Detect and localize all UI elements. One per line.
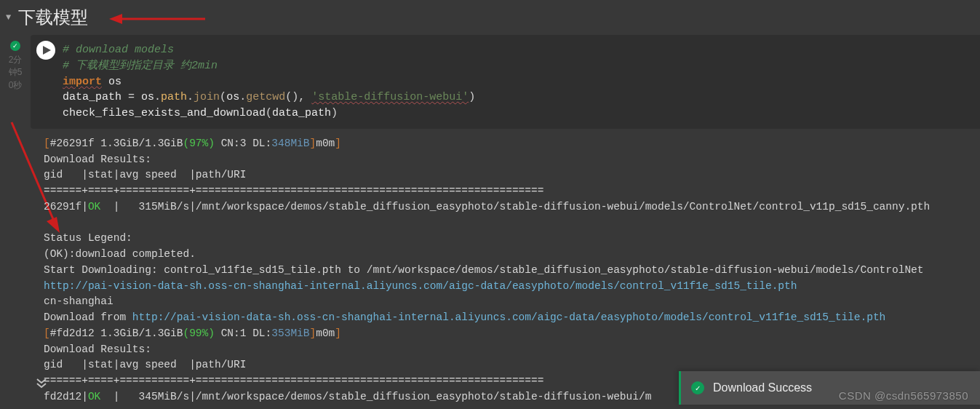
expand-output-icon[interactable]: [35, 376, 48, 393]
output-line: Status Legend:: [44, 232, 132, 244]
code-line: import os: [63, 74, 967, 90]
output-line: gid |stat|avg speed |path/URI: [44, 359, 246, 370]
output-line: ======+====+===========+================…: [44, 185, 543, 196]
toast-success-icon: ✓: [691, 381, 704, 394]
cell-gutter: ✓ 2分 钟5 0秒: [0, 35, 31, 409]
watermark-text: CSDN @csdn565973850: [839, 389, 968, 402]
code-line: data_path = os.path.join(os.getcwd(), 's…: [63, 90, 967, 106]
exec-time-line2: 钟5: [9, 66, 23, 79]
cell-output: [#26291f 1.3GiB/1.3GiB(97%) CN:3 DL:348M…: [31, 129, 980, 409]
output-line: gid |stat|avg speed |path/URI: [44, 169, 246, 180]
output-line: cn-shanghai: [44, 295, 113, 307]
output-line: Download Results:: [44, 344, 151, 355]
exec-time-line1: 2分: [9, 54, 23, 66]
output-line: (OK):download completed.: [44, 248, 196, 260]
code-line: check_files_exists_and_download(data_pat…: [63, 106, 967, 122]
output-url[interactable]: http://pai-vision-data-sh.oss-cn-shangha…: [132, 311, 885, 323]
run-cell-button[interactable]: [36, 41, 55, 60]
code-cell[interactable]: # download models # 下载模型到指定目录 约2min impo…: [31, 35, 980, 129]
toast-message: Download Success: [713, 381, 812, 394]
code-line: # 下载模型到指定目录 约2min: [63, 58, 967, 74]
output-url[interactable]: http://pai-vision-data-sh.oss-cn-shangha…: [44, 280, 797, 292]
svg-marker-4: [43, 46, 51, 55]
cell-status-ok-icon: ✓: [10, 41, 20, 51]
exec-time-line3: 0秒: [9, 79, 23, 92]
output-line: Download Results:: [44, 154, 151, 165]
play-icon: [42, 46, 51, 55]
collapse-toggle-icon[interactable]: ▼: [6, 12, 11, 23]
section-title: 下载模型: [18, 6, 88, 29]
code-line: # download models: [63, 42, 967, 58]
output-line: Start Downloading: control_v11f1e_sd15_t…: [44, 264, 924, 276]
section-header: ▼ 下载模型: [0, 0, 980, 35]
output-line: ======+====+===========+================…: [44, 375, 543, 386]
